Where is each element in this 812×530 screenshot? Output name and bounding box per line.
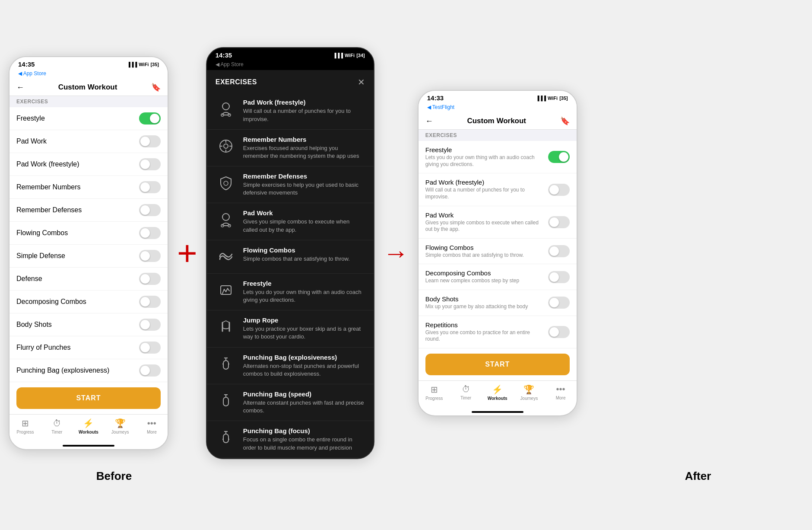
before-label: Before (96, 469, 132, 482)
exercise-item-decomposing-combos: Decomposing Combos (10, 291, 168, 313)
middle-status-bar: 14:35 ▐▐▐ WiFi [34] (207, 48, 374, 61)
right-journeys-icon: 🏆 (523, 384, 534, 395)
right-tab-more-label: More (556, 396, 566, 400)
right-toggle-pad-work-freestyle[interactable] (548, 184, 570, 196)
modal-item-punching-bag-focus: Punching Bag (focus) Focus on a single c… (207, 421, 374, 458)
store-back-label[interactable]: ◀ App Store (18, 70, 46, 77)
left-back-button[interactable]: ← (16, 83, 24, 92)
left-bookmark-icon[interactable]: 🔖 (151, 83, 161, 92)
right-tab-progress[interactable]: ⊞ Progress (423, 384, 445, 401)
right-name-flowing-combos: Flowing Combos (425, 244, 543, 251)
right-desc-freestyle: Lets you do your own thing with an audio… (425, 154, 543, 168)
exercise-name-flurry-punches: Flurry of Punches (16, 344, 134, 351)
modal-desc-freestyle: Lets you do your own thing with an audio… (243, 288, 365, 304)
left-status-bar: 14:35 ▐▐▐ WiFi [35] (10, 57, 168, 70)
middle-close-button[interactable]: ✕ (358, 77, 365, 87)
right-toggle-body-shots[interactable] (548, 297, 570, 309)
right-wifi-icon: WiFi (548, 96, 558, 101)
right-desc-body-shots: Mix up your game by also attacking the b… (425, 303, 543, 310)
right-phone: 14:33 ▐▐▐ WiFi [35] ◀ TestFlight ← Custo… (418, 90, 577, 416)
left-phone: 14:35 ▐▐▐ WiFi [35] ◀ App Store ← Custom… (9, 56, 168, 450)
middle-modal-title: EXERCISES (216, 78, 257, 86)
right-home-indicator (472, 411, 523, 413)
right-back-button[interactable]: ← (425, 117, 433, 126)
middle-status-time: 14:35 (216, 51, 232, 59)
punching-bag-speed-icon (216, 390, 236, 411)
modal-name-remember-defenses: Remember Defenses (243, 172, 365, 180)
modal-text-pad-work-freestyle: Pad Work (freestyle) Will call out a num… (243, 99, 365, 123)
left-status-icons: ▐▐▐ WiFi [35] (127, 62, 159, 67)
modal-item-punching-bag-speed: Punching Bag (speed) Alternate constant … (207, 384, 374, 421)
right-exercise-list: Freestyle Lets you do your own thing wit… (419, 141, 577, 348)
toggle-simple-defense[interactable] (139, 250, 161, 262)
middle-wifi-icon: WiFi (345, 53, 355, 58)
toggle-flurry-punches[interactable] (139, 342, 161, 354)
modal-text-freestyle: Freestyle Lets you do your own thing wit… (243, 280, 365, 304)
right-toggle-flowing-combos[interactable] (548, 245, 570, 257)
left-nav-title: Custom Workout (58, 83, 117, 92)
toggle-punching-bag-exp[interactable] (139, 364, 161, 377)
right-status-time: 14:33 (427, 94, 444, 102)
right-name-decomposing-combos: Decomposing Combos (425, 269, 543, 277)
right-name-body-shots: Body Shots (425, 295, 543, 303)
right-battery-icon: [35] (559, 96, 568, 101)
toggle-remember-numbers[interactable] (139, 181, 161, 193)
right-tab-more[interactable]: ••• More (550, 384, 571, 400)
signal-icon: ▐▐▐ (127, 62, 137, 67)
toggle-remember-defenses[interactable] (139, 204, 161, 216)
tab-progress[interactable]: ⊞ Progress (15, 418, 36, 434)
right-section-label: EXERCISES (419, 130, 577, 141)
toggle-freestyle[interactable] (139, 112, 161, 125)
svg-point-0 (222, 103, 229, 110)
middle-store-label[interactable]: ◀ App Store (216, 61, 244, 67)
modal-desc-remember-defenses: Simple exercises to help you get used to… (243, 181, 365, 197)
tab-journeys[interactable]: 🏆 Journeys (109, 418, 131, 434)
right-store-bar[interactable]: ◀ TestFlight (419, 103, 577, 113)
toggle-defense[interactable] (139, 273, 161, 285)
toggle-flowing-combos[interactable] (139, 227, 161, 239)
modal-desc-flowing-combos: Simple combos that are satisfying to thr… (243, 255, 365, 263)
middle-store-bar[interactable]: ◀ App Store (207, 61, 374, 70)
right-name-desc-body-shots: Body Shots Mix up your game by also atta… (425, 295, 543, 310)
svg-line-18 (222, 321, 226, 322)
right-tab-journeys[interactable]: 🏆 Journeys (518, 384, 540, 401)
right-toggle-pad-work[interactable] (548, 216, 570, 228)
exercise-name-decomposing-combos: Decomposing Combos (16, 298, 134, 306)
modal-text-punching-bag-speed: Punching Bag (speed) Alternate constant … (243, 390, 365, 415)
svg-point-11 (222, 214, 229, 220)
toggle-pad-work-freestyle[interactable] (139, 158, 161, 170)
toggle-body-shots[interactable] (139, 319, 161, 331)
exercise-name-body-shots: Body Shots (16, 321, 134, 329)
left-start-button[interactable]: START (16, 387, 161, 409)
right-workouts-icon: ⚡ (492, 384, 503, 395)
exercise-item-pad-work-freestyle: Pad Work (freestyle) (10, 153, 168, 176)
modal-text-remember-defenses: Remember Defenses Simple exercises to he… (243, 172, 365, 197)
right-bookmark-icon[interactable]: 🔖 (560, 116, 570, 126)
right-start-button[interactable]: START (425, 354, 570, 375)
label-row: Before After (9, 469, 803, 483)
tab-more-label: More (147, 430, 157, 434)
exercise-name-remember-defenses: Remember Defenses (16, 206, 134, 214)
toggle-pad-work[interactable] (139, 135, 161, 147)
right-store-label[interactable]: ◀ TestFlight (427, 104, 454, 110)
journeys-icon: 🏆 (115, 418, 126, 428)
more-icon: ••• (147, 418, 156, 428)
toggle-decomposing-combos[interactable] (139, 296, 161, 308)
right-tab-timer[interactable]: ⏱ Timer (455, 384, 477, 400)
tab-workouts[interactable]: ⚡ Workouts (78, 418, 99, 434)
exercise-item-body-shots: Body Shots (10, 313, 168, 336)
tab-timer-label: Timer (51, 430, 62, 434)
modal-desc-pad-work: Gives you simple combos to execute when … (243, 218, 365, 233)
tab-more[interactable]: ••• More (141, 418, 162, 434)
right-tab-workouts[interactable]: ⚡ Workouts (487, 384, 508, 401)
right-toggle-decomposing-combos[interactable] (548, 271, 570, 283)
battery-icon: [35] (150, 62, 159, 67)
tab-timer[interactable]: ⏱ Timer (46, 418, 68, 434)
modal-name-punching-bag-speed: Punching Bag (speed) (243, 390, 365, 398)
modal-text-punching-bag-focus: Punching Bag (focus) Focus on a single c… (243, 427, 365, 451)
exercise-item-freestyle: Freestyle (10, 107, 168, 130)
right-tab-workouts-label: Workouts (488, 396, 508, 401)
right-toggle-freestyle[interactable] (548, 151, 570, 163)
left-store-bar[interactable]: ◀ App Store (10, 70, 168, 79)
right-toggle-repetitions[interactable] (548, 326, 570, 338)
